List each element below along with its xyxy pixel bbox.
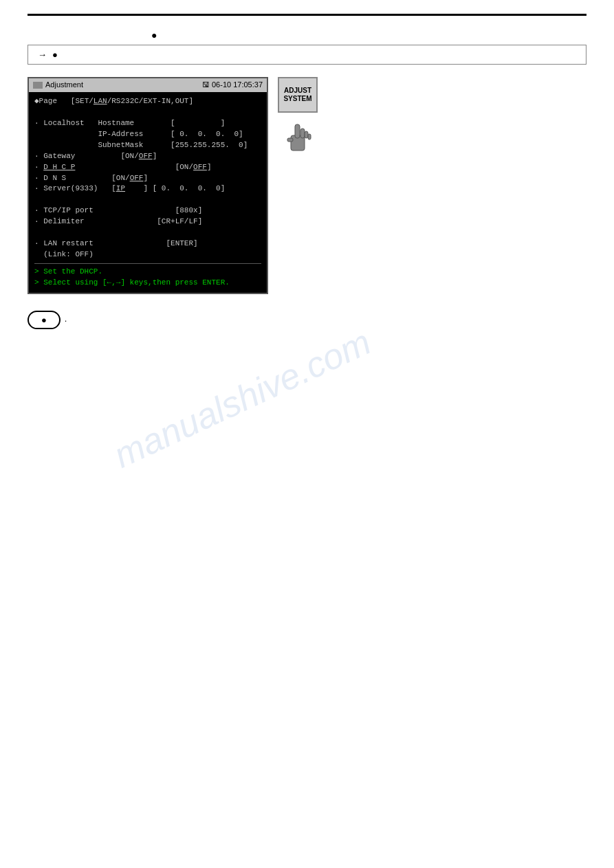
term-line-0: ◆Page [SET/LAN/RS232C/EXT-IN,OUT] <box>34 96 261 107</box>
oval-btn-label: ● <box>41 315 47 325</box>
bullet-dot: ● <box>151 30 157 41</box>
terminal-title: Adjustment <box>45 80 83 91</box>
term-line-3: IP-Address [ 0. 0. 0. 0] <box>34 129 261 140</box>
term-line-4: SubnetMask [255.255.255. 0] <box>34 140 261 151</box>
right-side: ADJUST SYSTEM <box>278 77 318 159</box>
step-row: ● . <box>28 308 586 329</box>
term-prompt-2: > Select using [←,→] keys,then press ENT… <box>34 278 261 289</box>
disk-icon: 🖫 <box>202 80 210 89</box>
term-divider <box>34 263 261 264</box>
svg-rect-3 <box>305 131 308 138</box>
svg-rect-2 <box>300 129 305 138</box>
hand-svg <box>283 120 313 157</box>
oval-button[interactable]: ● <box>28 311 61 329</box>
nav-bar: → ● <box>28 45 586 65</box>
screen-section: Adjustment 🖫 06-10 17:05:37 ◆Page [SET/L… <box>28 77 586 294</box>
term-line-2: · Localhost Hostname [ ] <box>34 118 261 129</box>
svg-rect-5 <box>287 138 293 142</box>
term-line-blank3 <box>34 227 261 238</box>
watermark: manualshive.com <box>107 321 377 476</box>
adjust-label-line2: SYSTEM <box>283 95 311 103</box>
term-line-server: · Server(9333) [IP ] [ 0. 0. 0. 0] <box>34 183 261 194</box>
datetime-text: 06-10 17:05:37 <box>212 80 263 89</box>
term-line-blank1 <box>34 107 261 118</box>
svg-rect-4 <box>308 134 311 140</box>
nav-bullet: ● <box>52 49 58 60</box>
svg-rect-1 <box>295 124 300 138</box>
terminal-body: ◆Page [SET/LAN/RS232C/EXT-IN,OUT] · Loca… <box>29 92 267 293</box>
hand-pointer-icon <box>281 118 315 159</box>
nav-arrow: → <box>38 49 47 60</box>
intro-bullet: ● <box>151 30 586 41</box>
term-line-dns: · D N S [ON/OFF] <box>34 173 261 184</box>
term-line-tcp: · TCP/IP port [880x] <box>34 205 261 216</box>
adjust-system-button[interactable]: ADJUST SYSTEM <box>278 77 318 113</box>
terminal-screen: Adjustment 🖫 06-10 17:05:37 ◆Page [SET/L… <box>28 77 268 294</box>
page-container: manualshive.com ● → ● Adjustment 🖫 06-10… <box>0 0 614 868</box>
term-line-delim: · Delimiter [CR+LF/LF] <box>34 216 261 227</box>
term-line-blank2 <box>34 194 261 205</box>
adjust-label-line1: ADJUST <box>284 87 311 95</box>
terminal-datetime: 🖫 06-10 17:05:37 <box>202 80 263 91</box>
term-line-lan: · LAN restart [ENTER] <box>34 238 261 249</box>
terminal-titlebar: Adjustment 🖫 06-10 17:05:37 <box>29 78 267 92</box>
term-line-link: (Link: OFF) <box>34 249 261 260</box>
term-prompt-1: > Set the DHCP. <box>34 267 261 278</box>
top-divider <box>28 14 586 16</box>
term-line-5: · Gateway [ON/OFF] <box>34 151 261 162</box>
titlebar-icon <box>33 82 43 89</box>
titlebar-left: Adjustment <box>33 80 83 91</box>
step-dot: . <box>65 313 67 324</box>
term-line-dhcp: · D H C P [ON/OFF] <box>34 162 261 173</box>
